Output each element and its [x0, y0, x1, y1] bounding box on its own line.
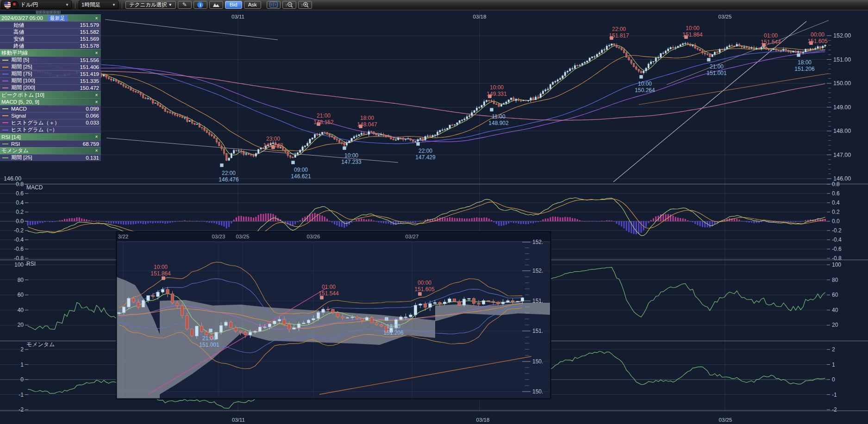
- date-label: 03/18: [473, 14, 487, 19]
- currency-pair-selector[interactable]: ドル/円 ▼: [1, 0, 72, 9]
- date-label: 03/25: [718, 14, 732, 19]
- legend-color-dash: [2, 87, 8, 88]
- indicator-row: Signal0.066: [0, 112, 101, 119]
- chart-annotation: 151.605: [807, 38, 828, 44]
- chart-style-button[interactable]: [209, 1, 223, 9]
- indicator-row: 期間 [5]151.556: [0, 56, 101, 63]
- chart-annotation: 151.605: [414, 286, 435, 293]
- currency-pair-label: ドル/円: [20, 1, 38, 8]
- legend-color-dash: [2, 60, 8, 61]
- axis-label: 0.8: [16, 181, 24, 187]
- chart-annotation: 09:00: [294, 167, 308, 173]
- axis-label: 0.6: [16, 190, 24, 197]
- chart-annotation: 22:00: [612, 26, 626, 32]
- chart-annotation: 151.544: [761, 39, 781, 45]
- chart-annotation: 151.001: [706, 70, 727, 76]
- price-axis-label: 152.00: [833, 32, 851, 39]
- axis-label: 1: [20, 362, 24, 368]
- price-axis-label: 150.: [532, 358, 543, 365]
- indicator-row: 期間 [25]0.131: [0, 154, 101, 161]
- zoom-in-button[interactable]: ↕: [298, 1, 312, 9]
- chart-annotation: 18:00: [798, 59, 812, 66]
- indicator-section-header: RSI [14]×: [0, 133, 101, 140]
- info-icon: i: [197, 2, 203, 8]
- timeframe-selector[interactable]: 1時間足 ▼: [79, 0, 119, 9]
- mountain-icon: [212, 2, 220, 7]
- bid-label: Bid: [230, 2, 237, 7]
- date-label: 03/18: [476, 417, 490, 423]
- annotation-marker: [220, 164, 224, 167]
- close-indicator-button[interactable]: ×: [94, 16, 99, 21]
- data-window: 2024/03/27 05:00最新足×始値151.579高値151.582安値…: [0, 14, 101, 161]
- pencil-icon: ✎: [182, 1, 187, 8]
- candle-display-button[interactable]: [267, 1, 281, 9]
- chart-annotation: 10:00: [154, 264, 168, 270]
- close-indicator-button[interactable]: ×: [94, 134, 99, 139]
- chart-annotation: 150.264: [635, 87, 655, 94]
- legend-color-dash: [2, 108, 8, 109]
- axis-label: 60: [18, 292, 24, 298]
- price-axis-label: 147.00: [833, 152, 851, 158]
- chart-annotation: 151.206: [794, 66, 815, 72]
- draw-tool-button[interactable]: ✎: [178, 1, 192, 9]
- close-indicator-button[interactable]: ×: [94, 148, 99, 153]
- data-window-drag-handle[interactable]: [36, 11, 60, 14]
- chevron-down-icon: ▼: [112, 3, 116, 7]
- legend-color-dash: [2, 130, 8, 131]
- info-button[interactable]: i: [194, 1, 207, 9]
- axis-label: -0.6: [832, 246, 842, 252]
- us-flag-icon: [4, 1, 11, 8]
- axis-label: 80: [832, 277, 838, 283]
- axis-label: -0.4: [832, 237, 842, 243]
- close-indicator-button[interactable]: ×: [94, 93, 99, 98]
- trading-chart-svg: 152.00151.00150.00149.00148.00147.00146.…: [0, 0, 868, 424]
- axis-label: 0: [832, 376, 835, 383]
- chart-annotation: 151.864: [682, 31, 703, 38]
- ask-button[interactable]: Ask: [244, 1, 261, 9]
- chart-area[interactable]: 152.00151.00150.00149.00148.00147.00146.…: [0, 0, 868, 424]
- date-label: 03/26: [307, 234, 320, 239]
- axis-label: 0.8: [832, 181, 840, 187]
- axis-label: 0.4: [16, 200, 24, 206]
- price-axis-label: 152.: [532, 239, 543, 245]
- chart-annotation: 01:00: [764, 32, 778, 39]
- axis-label: 0.4: [832, 200, 840, 206]
- zoom-out-button[interactable]: ↕: [282, 1, 296, 9]
- axis-label: -0.2: [832, 227, 842, 234]
- panel-title: RSI: [26, 261, 36, 267]
- bid-button[interactable]: Bid: [225, 1, 242, 9]
- axis-label: 2: [832, 346, 835, 353]
- chart-annotation: 146.621: [291, 173, 311, 180]
- chart-annotation: 151.864: [150, 270, 171, 277]
- price-axis-label: 149.00: [833, 104, 851, 111]
- indicator-row: MACD0.099: [0, 105, 101, 112]
- close-indicator-button[interactable]: ×: [94, 100, 99, 105]
- legend-color-dash: [2, 74, 8, 75]
- ohlc-row: 始値151.579: [0, 21, 101, 28]
- zoom-in-icon: ↕: [300, 1, 310, 8]
- chart-annotation: 151.206: [383, 330, 404, 336]
- date-label: 03/27: [406, 234, 419, 239]
- annotation-marker: [292, 161, 295, 164]
- axis-label: 20: [18, 322, 24, 328]
- indicator-row: ヒストグラム（＋）0.033: [0, 119, 101, 126]
- legend-color-dash: [2, 143, 8, 144]
- annotation-marker: [707, 58, 711, 62]
- japan-flag-icon: [11, 1, 19, 9]
- close-indicator-button[interactable]: ×: [94, 50, 99, 56]
- legend-color-dash: [2, 157, 8, 158]
- axis-label: -1: [19, 392, 24, 398]
- legend-color-dash: [2, 81, 8, 81]
- chart-annotation: 18:00: [387, 323, 400, 330]
- legend-color-dash: [2, 67, 8, 68]
- price-axis-label: 150.: [532, 388, 543, 395]
- axis-label: -0.8: [832, 255, 842, 262]
- date-label: 3/22: [118, 234, 128, 239]
- price-axis-label: 151.: [532, 328, 543, 334]
- axis-label: -0.4: [14, 237, 24, 243]
- annotation-marker: [640, 75, 643, 79]
- axis-label: -2: [832, 406, 837, 413]
- annotation-marker: [797, 54, 800, 57]
- zoom-out-icon: ↕: [285, 1, 294, 8]
- technical-select-button[interactable]: テクニカル選択 ▼: [125, 1, 176, 9]
